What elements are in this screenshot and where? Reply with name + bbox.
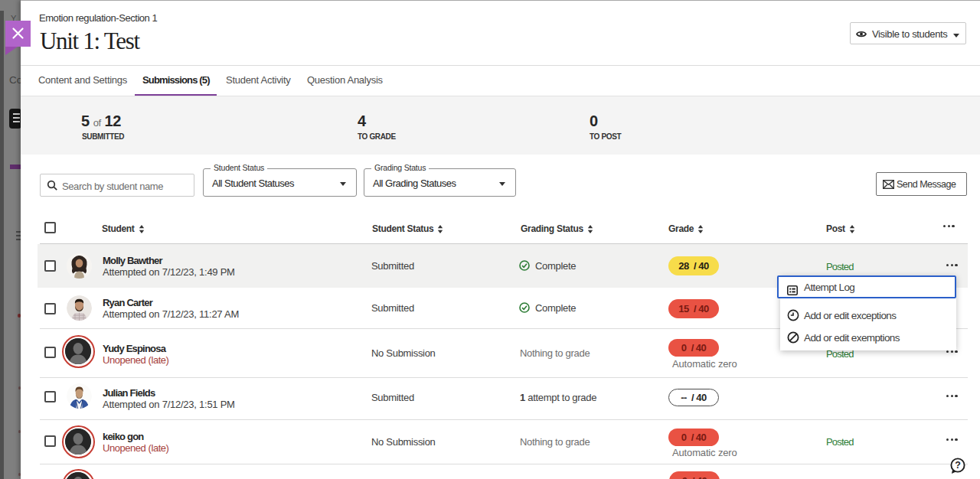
svg-text:?: ? (955, 460, 961, 471)
